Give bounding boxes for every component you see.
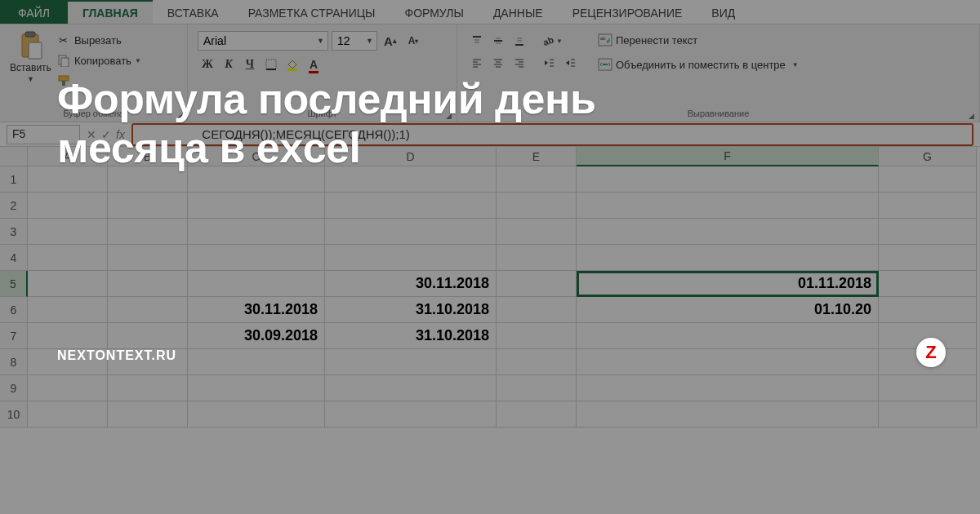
cell-c7[interactable]: 30.09.2018 — [188, 323, 325, 349]
cell-e4[interactable] — [497, 245, 577, 271]
cell-e3[interactable] — [497, 219, 577, 245]
font-size-select[interactable]: 12▼ — [332, 31, 377, 51]
cell-c2[interactable] — [188, 193, 325, 219]
fill-color-button[interactable] — [283, 55, 302, 74]
cell-a6[interactable] — [28, 297, 108, 323]
cell-d9[interactable] — [325, 375, 497, 401]
merge-center-button[interactable]: Объединить и поместить в центре ▼ — [598, 55, 799, 73]
italic-button[interactable]: К — [219, 55, 238, 74]
font-color-button[interactable]: A — [304, 55, 323, 74]
cell-d3[interactable] — [325, 219, 497, 245]
cell-b3[interactable] — [108, 219, 188, 245]
cell-a7[interactable] — [28, 323, 108, 349]
bold-button[interactable]: Ж — [198, 55, 217, 74]
cell-c6[interactable]: 30.11.2018 — [188, 297, 325, 323]
cell-d10[interactable] — [325, 401, 497, 428]
cell-g2[interactable] — [879, 193, 977, 219]
row-header[interactable]: 5 — [0, 271, 28, 297]
cell-d6[interactable]: 31.10.2018 — [325, 297, 497, 323]
row-header[interactable]: 10 — [0, 401, 28, 428]
row-header[interactable]: 2 — [0, 193, 28, 219]
cell-f4[interactable] — [577, 245, 879, 271]
cell-f5[interactable]: 01.11.2018 — [577, 271, 879, 297]
orientation-button[interactable]: ab▼ — [539, 31, 565, 51]
cell-f2[interactable] — [577, 193, 879, 219]
col-header-f[interactable]: F — [577, 147, 879, 166]
cell-e9[interactable] — [497, 375, 577, 401]
cell-c10[interactable] — [188, 401, 325, 428]
wrap-text-button[interactable]: ab Перенести текст — [598, 31, 799, 49]
cell-d7[interactable]: 31.10.2018 — [325, 323, 497, 349]
tab-insert[interactable]: ВСТАВКА — [153, 0, 234, 24]
cell-a3[interactable] — [28, 219, 108, 245]
cell-c3[interactable] — [188, 219, 325, 245]
cut-button[interactable]: ✂ Вырезать — [56, 31, 141, 49]
cell-e10[interactable] — [497, 401, 577, 428]
cell-f9[interactable] — [577, 375, 879, 401]
cell-c5[interactable] — [188, 271, 325, 297]
underline-button[interactable]: Ч — [240, 55, 260, 74]
cell-g3[interactable] — [879, 219, 977, 245]
cell-f1[interactable] — [577, 166, 879, 193]
col-header-g[interactable]: G — [879, 147, 977, 166]
align-middle-button[interactable] — [488, 31, 508, 51]
cell-b2[interactable] — [108, 193, 188, 219]
cell-a9[interactable] — [28, 375, 108, 401]
row-header[interactable]: 4 — [0, 245, 28, 271]
grow-font-button[interactable]: A▴ — [381, 31, 400, 51]
cell-g1[interactable] — [879, 166, 977, 193]
cell-d8[interactable] — [325, 349, 497, 375]
dialog-launcher-icon[interactable]: ◢ — [969, 112, 974, 120]
cell-g5[interactable] — [879, 271, 977, 297]
cell-e8[interactable] — [497, 349, 577, 375]
row-header[interactable]: 3 — [0, 219, 28, 245]
tab-data[interactable]: ДАННЫЕ — [479, 0, 558, 24]
font-name-select[interactable]: Arial▼ — [198, 31, 328, 51]
align-top-button[interactable] — [467, 31, 487, 51]
tab-home[interactable]: ГЛАВНАЯ — [68, 0, 153, 24]
align-center-button[interactable] — [488, 53, 508, 73]
row-header[interactable]: 6 — [0, 297, 28, 323]
cell-b9[interactable] — [108, 375, 188, 401]
tab-view[interactable]: ВИД — [697, 0, 750, 24]
align-right-button[interactable] — [510, 53, 529, 73]
cell-a4[interactable] — [28, 245, 108, 271]
tab-review[interactable]: РЕЦЕНЗИРОВАНИЕ — [558, 0, 697, 24]
cell-c4[interactable] — [188, 245, 325, 271]
align-left-button[interactable] — [467, 53, 487, 73]
indent-decrease-button[interactable] — [539, 53, 559, 73]
row-header[interactable]: 7 — [0, 323, 28, 349]
copy-button[interactable]: Копировать ▼ — [56, 51, 141, 69]
cell-g10[interactable] — [879, 401, 977, 428]
cell-b10[interactable] — [108, 401, 188, 428]
cell-c8[interactable] — [188, 349, 325, 375]
borders-button[interactable] — [261, 55, 281, 74]
cell-e2[interactable] — [497, 193, 577, 219]
cell-e5[interactable] — [497, 271, 577, 297]
row-header[interactable]: 8 — [0, 349, 28, 375]
select-all-corner[interactable] — [0, 147, 28, 166]
cell-b5[interactable] — [108, 271, 188, 297]
cell-b4[interactable] — [108, 245, 188, 271]
cell-f3[interactable] — [577, 219, 879, 245]
tab-file[interactable]: ФАЙЛ — [0, 0, 68, 24]
align-bottom-button[interactable] — [510, 31, 529, 51]
cell-f8[interactable] — [577, 349, 879, 375]
cell-a10[interactable] — [28, 401, 108, 428]
cell-d5[interactable]: 30.11.2018 — [325, 271, 497, 297]
cell-d2[interactable] — [325, 193, 497, 219]
cell-d4[interactable] — [325, 245, 497, 271]
tab-formulas[interactable]: ФОРМУЛЫ — [390, 0, 478, 24]
shrink-font-button[interactable]: A▾ — [403, 31, 423, 51]
cell-g9[interactable] — [879, 375, 977, 401]
tab-page-layout[interactable]: РАЗМЕТКА СТРАНИЦЫ — [234, 0, 390, 24]
cell-f7[interactable] — [577, 323, 879, 349]
cell-e7[interactable] — [497, 323, 577, 349]
cell-b6[interactable] — [108, 297, 188, 323]
cell-f10[interactable] — [577, 401, 879, 428]
indent-increase-button[interactable] — [560, 53, 580, 73]
cell-g6[interactable] — [879, 297, 977, 323]
cell-a2[interactable] — [28, 193, 108, 219]
cell-f6[interactable]: 01.10.20 — [577, 297, 879, 323]
cell-e6[interactable] — [497, 297, 577, 323]
